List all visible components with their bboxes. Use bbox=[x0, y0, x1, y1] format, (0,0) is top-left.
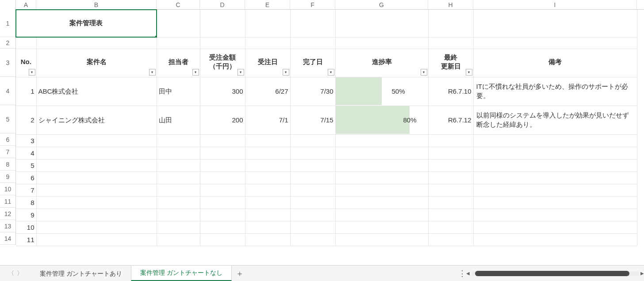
cell[interactable] bbox=[428, 233, 473, 246]
cell[interactable] bbox=[473, 171, 637, 184]
cell[interactable] bbox=[473, 184, 637, 196]
cell[interactable] bbox=[245, 196, 290, 209]
cell-project[interactable]: シャイニング株式会社 bbox=[36, 106, 157, 134]
prev-sheet-icon[interactable]: 〈 bbox=[8, 270, 14, 277]
row-header-10[interactable]: 10 bbox=[0, 183, 16, 195]
cell[interactable] bbox=[200, 134, 245, 147]
cell-no[interactable]: 3 bbox=[16, 134, 36, 147]
cell[interactable] bbox=[36, 37, 157, 49]
cell[interactable] bbox=[245, 159, 290, 171]
cell[interactable] bbox=[200, 37, 245, 49]
cell[interactable] bbox=[200, 196, 245, 209]
cell[interactable] bbox=[200, 233, 245, 246]
row-header-11[interactable]: 11 bbox=[0, 195, 16, 208]
cell[interactable] bbox=[245, 209, 290, 221]
cell[interactable] bbox=[290, 184, 335, 196]
cell[interactable] bbox=[245, 147, 290, 159]
cell[interactable] bbox=[157, 184, 200, 196]
cell[interactable] bbox=[36, 159, 157, 171]
cell[interactable] bbox=[36, 147, 157, 159]
cell[interactable] bbox=[157, 209, 200, 221]
sheet-tab-gantt-no[interactable]: 案件管理 ガントチャートなし bbox=[131, 266, 232, 281]
cell[interactable] bbox=[290, 233, 335, 246]
cell-no[interactable]: 7 bbox=[16, 184, 36, 196]
cell[interactable] bbox=[200, 221, 245, 233]
cell[interactable] bbox=[200, 147, 245, 159]
cell[interactable] bbox=[36, 184, 157, 196]
filter-button[interactable]: ▾ bbox=[149, 69, 156, 76]
cell[interactable] bbox=[473, 147, 637, 159]
cell-amount[interactable]: 200 bbox=[200, 106, 245, 134]
cell[interactable] bbox=[428, 134, 473, 147]
cell[interactable] bbox=[428, 159, 473, 171]
header-owner[interactable]: 担当者 ▾ bbox=[157, 49, 200, 77]
cell[interactable] bbox=[157, 147, 200, 159]
cell[interactable] bbox=[290, 171, 335, 184]
cell[interactable] bbox=[200, 159, 245, 171]
cell-updated[interactable]: R6.7.12 bbox=[428, 106, 473, 134]
title-cell[interactable]: 案件管理表 bbox=[16, 10, 157, 37]
cell[interactable] bbox=[157, 171, 200, 184]
add-sheet-button[interactable]: ＋ bbox=[232, 268, 248, 279]
cell-progress[interactable]: 80% bbox=[335, 106, 428, 134]
row-header-14[interactable]: 14 bbox=[0, 232, 16, 245]
cell-no[interactable]: 4 bbox=[16, 147, 36, 159]
filter-button[interactable]: ▾ bbox=[466, 69, 472, 76]
next-sheet-icon[interactable]: 〉 bbox=[17, 270, 23, 277]
header-amount[interactable]: 受注金額 （千円） ▾ bbox=[200, 49, 245, 77]
cell[interactable] bbox=[473, 221, 637, 233]
cell[interactable] bbox=[157, 221, 200, 233]
cell-progress[interactable]: 50% bbox=[335, 77, 428, 106]
col-header-A[interactable]: A bbox=[16, 0, 36, 9]
cell-amount[interactable]: 300 bbox=[200, 77, 245, 106]
cell-no[interactable]: 9 bbox=[16, 209, 36, 221]
header-notes[interactable]: 備考 bbox=[473, 49, 637, 77]
cell[interactable] bbox=[245, 184, 290, 196]
cell[interactable] bbox=[200, 184, 245, 196]
col-header-I[interactable]: I bbox=[473, 0, 637, 9]
cell[interactable] bbox=[157, 233, 200, 246]
col-header-E[interactable]: E bbox=[245, 0, 290, 9]
cell-complete-date[interactable]: 7/30 bbox=[290, 77, 335, 106]
cell[interactable] bbox=[290, 134, 335, 147]
cell[interactable] bbox=[200, 209, 245, 221]
row-header-8[interactable]: 8 bbox=[0, 158, 16, 171]
cell[interactable] bbox=[335, 171, 428, 184]
cell-no[interactable]: 8 bbox=[16, 196, 36, 209]
row-header-7[interactable]: 7 bbox=[0, 146, 16, 158]
cell[interactable] bbox=[157, 10, 200, 37]
cell[interactable] bbox=[36, 209, 157, 221]
cell[interactable] bbox=[36, 196, 157, 209]
row-header-9[interactable]: 9 bbox=[0, 171, 16, 183]
row-header-1[interactable]: 1 bbox=[0, 10, 16, 37]
cell-updated[interactable]: R6.7.10 bbox=[428, 77, 473, 106]
cell-no[interactable]: 2 bbox=[16, 106, 36, 134]
cell[interactable] bbox=[428, 147, 473, 159]
row-header-3[interactable]: 3 bbox=[0, 49, 16, 77]
scrollbar-thumb[interactable] bbox=[475, 271, 630, 276]
select-all-corner[interactable] bbox=[0, 0, 16, 10]
cell[interactable] bbox=[157, 196, 200, 209]
col-header-F[interactable]: F bbox=[290, 0, 335, 9]
cell[interactable] bbox=[245, 233, 290, 246]
cell[interactable] bbox=[335, 159, 428, 171]
cell-order-date[interactable]: 7/1 bbox=[245, 106, 290, 134]
filter-button[interactable]: ▾ bbox=[192, 69, 199, 76]
sheet-tab-gantt-yes[interactable]: 案件管理 ガントチャートあり bbox=[31, 266, 131, 281]
horizontal-scrollbar[interactable]: ◀ ▶ bbox=[472, 270, 640, 277]
cell[interactable] bbox=[473, 209, 637, 221]
cell[interactable] bbox=[200, 10, 245, 37]
cell[interactable] bbox=[335, 10, 428, 37]
cell[interactable] bbox=[290, 209, 335, 221]
filter-button[interactable]: ▾ bbox=[283, 69, 289, 76]
cell-no[interactable]: 10 bbox=[16, 221, 36, 233]
row-header-12[interactable]: 12 bbox=[0, 208, 16, 220]
row-header-6[interactable]: 6 bbox=[0, 133, 16, 146]
cell-notes[interactable]: ITに不慣れな社員が多いため、操作のサポートが必要。 bbox=[473, 77, 637, 106]
cell-order-date[interactable]: 6/27 bbox=[245, 77, 290, 106]
cell[interactable] bbox=[157, 159, 200, 171]
header-progress[interactable]: 進捗率 ▾ bbox=[335, 49, 428, 77]
cell[interactable] bbox=[335, 37, 428, 49]
cell[interactable] bbox=[428, 10, 473, 37]
cell-project[interactable]: ABC株式会社 bbox=[36, 77, 157, 106]
